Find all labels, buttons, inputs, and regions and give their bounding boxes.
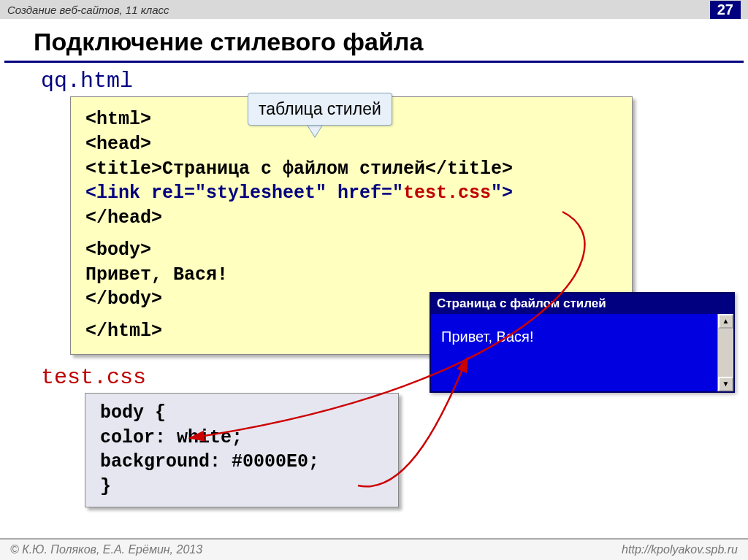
code-line: <body>	[85, 238, 617, 263]
code-tag: </title>	[425, 158, 513, 180]
code-href: test.css	[403, 183, 491, 204]
browser-body: Привет, Вася! ▲ ▼	[431, 314, 733, 391]
scroll-up-icon[interactable]: ▲	[718, 314, 733, 329]
spacer	[85, 231, 617, 238]
css-code-box: body { color: white; background: #0000E0…	[85, 393, 399, 507]
header-bar: Создание веб-сайтов, 11 класс 27	[0, 0, 748, 19]
footer-url: http://kpolyakov.spb.ru	[622, 543, 738, 556]
course-label: Создание веб-сайтов, 11 класс	[7, 4, 169, 16]
code-link-end: ">	[491, 183, 513, 204]
code-line: background: #0000E0;	[100, 450, 383, 475]
page-number: 27	[710, 1, 741, 19]
code-line: <title>Страница с файлом стилей</title>	[85, 157, 617, 182]
content: qq.html таблица стилей <html> <head> <ti…	[0, 63, 748, 507]
scroll-down-icon[interactable]: ▼	[718, 377, 733, 391]
browser-content: Привет, Вася!	[431, 314, 717, 391]
page-title: Подключение стилевого файла	[4, 19, 744, 63]
callout-label: таблица стилей	[248, 93, 392, 126]
code-line: color: white;	[100, 426, 383, 450]
code-line: Привет, Вася!	[85, 263, 617, 288]
footer-copyright: © К.Ю. Поляков, Е.А. Ерёмин, 2013	[10, 543, 202, 556]
footer: © К.Ю. Поляков, Е.А. Ерёмин, 2013 http:/…	[0, 538, 748, 560]
browser-window: Страница с файлом стилей Привет, Вася! ▲…	[430, 292, 735, 393]
code-line: </head>	[85, 206, 617, 231]
code-line: <head>	[85, 132, 617, 157]
code-tag: <title>	[85, 158, 162, 180]
scrollbar[interactable]: ▲ ▼	[717, 314, 733, 391]
filename-html: qq.html	[41, 69, 719, 93]
browser-titlebar: Страница с файлом стилей	[431, 294, 733, 314]
code-text: Страница с файлом стилей	[162, 158, 425, 180]
code-line: body {	[100, 401, 383, 426]
code-line: }	[100, 475, 383, 499]
code-line: <link rel="stylesheet" href="test.css">	[85, 181, 617, 206]
code-link: <link rel="stylesheet" href="	[85, 183, 403, 204]
